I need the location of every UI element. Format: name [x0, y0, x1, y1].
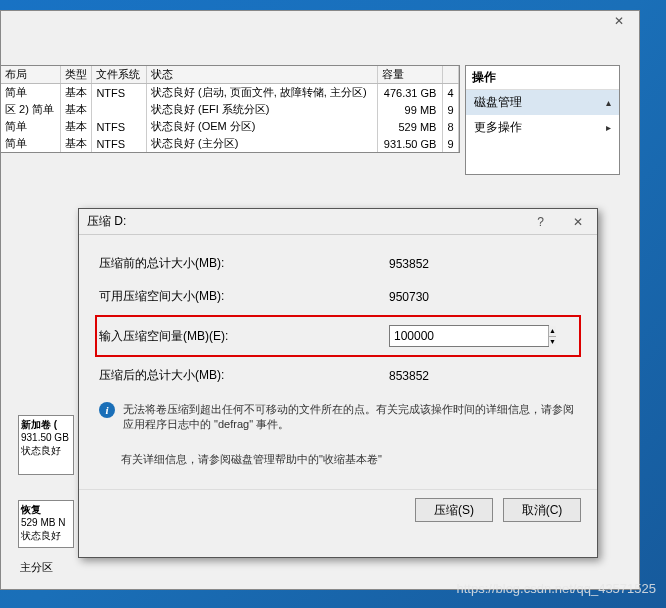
col-type[interactable]: 类型 [60, 66, 92, 84]
table-row[interactable]: 简单基本NTFS状态良好 (主分区)931.50 GB9 [1, 135, 459, 152]
disk-tile-label: 恢复 [21, 503, 71, 516]
legend-primary-partition: 主分区 [20, 560, 53, 575]
actions-title: 操作 [466, 66, 619, 90]
label-total-after: 压缩后的总计大小(MB): [99, 367, 389, 384]
value-available-shrink: 950730 [389, 290, 549, 304]
spin-up-icon[interactable]: ▲ [549, 326, 556, 337]
disk-tile-status: 状态良好 [21, 444, 71, 457]
value-total-before: 953852 [389, 257, 549, 271]
shrink-amount-input[interactable] [390, 326, 548, 346]
actions-pane: 操作 磁盘管理▴更多操作▸ [465, 65, 620, 175]
col-status[interactable]: 状态 [146, 66, 377, 84]
volume-table: 布局 类型 文件系统 状态 容量 简单基本NTFS状态良好 (启动, 页面文件,… [0, 65, 460, 153]
disk-tile-size: 931.50 GB [21, 431, 71, 444]
table-row[interactable]: 简单基本NTFS状态良好 (OEM 分区)529 MB8 [1, 118, 459, 135]
value-total-after: 853852 [389, 369, 549, 383]
shrink-amount-stepper[interactable]: ▲ ▼ [548, 326, 556, 346]
dialog-close-button[interactable]: ✕ [561, 211, 595, 233]
shrink-dialog: 压缩 D: ? ✕ 压缩前的总计大小(MB): 953852 可用压缩空间大小(… [78, 208, 598, 558]
col-size[interactable]: 容量 [378, 66, 443, 84]
disk-tile-label: 新加卷 ( [21, 418, 71, 431]
disk-tile-new-volume[interactable]: 新加卷 ( 931.50 GB 状态良好 [18, 415, 74, 475]
dialog-title: 压缩 D: [87, 213, 126, 230]
actions-item[interactable]: 更多操作▸ [466, 115, 619, 140]
shrink-button[interactable]: 压缩(S) [415, 498, 493, 522]
actions-item[interactable]: 磁盘管理▴ [466, 90, 619, 115]
info-text-2: 有关详细信息，请参阅磁盘管理帮助中的"收缩基本卷" [121, 452, 382, 467]
table-row[interactable]: 区 2) 简单基本状态良好 (EFI 系统分区)99 MB9 [1, 101, 459, 118]
disk-tile-recovery[interactable]: 恢复 529 MB N 状态良好 [18, 500, 74, 548]
label-available-shrink: 可用压缩空间大小(MB): [99, 288, 389, 305]
info-icon: i [99, 402, 115, 418]
watermark: https://blog.csdn.net/qq_43571525 [457, 581, 657, 596]
info-text-1: 无法将卷压缩到超出任何不可移动的文件所在的点。有关完成该操作时间的详细信息，请参… [123, 402, 577, 432]
label-shrink-amount: 输入压缩空间量(MB)(E): [99, 328, 389, 345]
dialog-help-button[interactable]: ? [524, 211, 558, 233]
col-layout[interactable]: 布局 [1, 66, 60, 84]
disk-tile-size: 529 MB N [21, 516, 71, 529]
label-total-before: 压缩前的总计大小(MB): [99, 255, 389, 272]
spin-down-icon[interactable]: ▼ [549, 337, 556, 347]
cancel-button[interactable]: 取消(C) [503, 498, 581, 522]
col-x [443, 66, 459, 84]
table-row[interactable]: 简单基本NTFS状态良好 (启动, 页面文件, 故障转储, 主分区)476.31… [1, 84, 459, 102]
col-fs[interactable]: 文件系统 [92, 66, 147, 84]
window-close-button[interactable]: ✕ [599, 11, 639, 31]
disk-tile-status: 状态良好 [21, 529, 71, 542]
